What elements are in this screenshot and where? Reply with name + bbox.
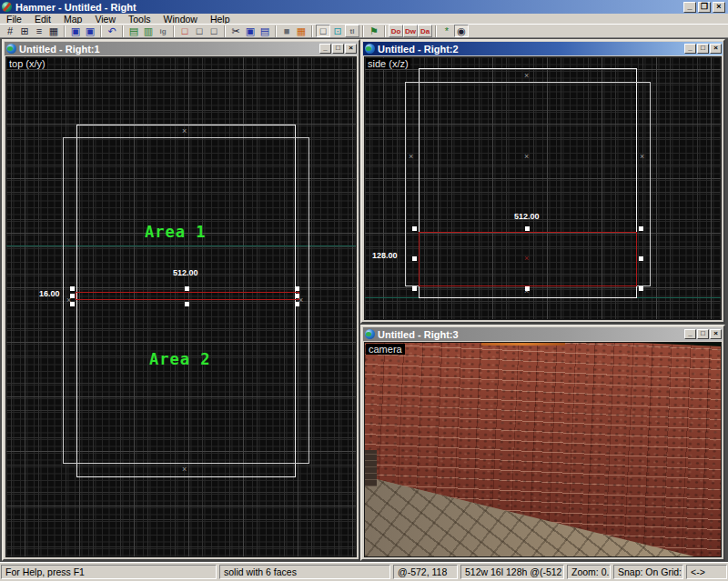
viewport-type-label[interactable]: top (x/y) [7, 58, 47, 69]
document-icon [365, 329, 375, 339]
copy-icon[interactable]: ▣ [243, 25, 258, 37]
minimize-button[interactable]: _ [684, 44, 696, 54]
viewport-window-top[interactable]: Untitled - Right:1 _ □ × top (x/y) × × ×… [2, 39, 360, 561]
viewport-window-camera[interactable]: Untitled - Right:3 _ □ × camera [360, 325, 725, 561]
sunlit-edge [481, 343, 565, 346]
minimize-button[interactable]: _ [684, 329, 696, 339]
display-option-w-icon[interactable]: Dw [403, 25, 418, 37]
display-option-o-icon[interactable]: Do [389, 25, 403, 37]
brush-center-marker: × [524, 72, 529, 80]
select-tool-icon[interactable]: □ [316, 25, 330, 37]
group-icon[interactable]: □ [192, 25, 207, 37]
toolbar-separator [100, 25, 102, 37]
close-button[interactable]: × [713, 2, 725, 13]
viewport-window-side[interactable]: Untitled - Right:2 _ □ × side (x/z) × × … [360, 39, 725, 324]
menubar: File Edit Map View Tools Window Help [0, 14, 728, 24]
larger-grid-icon[interactable]: ▦ [46, 25, 61, 37]
minimize-button[interactable]: _ [319, 44, 331, 54]
map-textures-icon[interactable]: ▤ [126, 25, 141, 37]
selection-width-label: 512.00 [514, 212, 540, 221]
save-window-state-icon[interactable]: ▣ [83, 25, 97, 37]
viewport-side-titlebar[interactable]: Untitled - Right:2 _ □ × [363, 42, 723, 55]
maximize-button[interactable]: □ [697, 44, 709, 54]
map-entities-icon[interactable]: ▥ [141, 25, 156, 37]
status-zoom-level: Zoom: 0.75 [567, 565, 611, 579]
selection-handle[interactable] [525, 226, 530, 231]
document-icon [365, 44, 375, 54]
restore-button[interactable]: ❐ [698, 2, 711, 13]
selection-handle[interactable] [639, 256, 643, 261]
selection-handle[interactable] [295, 294, 299, 298]
selection-handle[interactable] [70, 294, 75, 298]
close-button[interactable]: × [710, 329, 722, 339]
close-button[interactable]: × [710, 44, 722, 54]
toolbar: # ⊞ ≡ ▦ ▣ ▣ ↶ ▤ ▥ ig □ □ □ ✂ ▣ ▤ ■ ▦ □ ⊡… [0, 24, 728, 38]
selection-handle[interactable] [295, 302, 299, 306]
undo-icon[interactable]: ↶ [105, 25, 119, 37]
toolbar-separator [224, 25, 226, 37]
status-pan-indicator: <-> [686, 565, 727, 579]
toggle-3d-grid-icon[interactable]: ⊞ [17, 25, 32, 37]
document-icon [6, 44, 16, 54]
selection-handle[interactable] [412, 226, 417, 231]
viewport-side-canvas[interactable]: side (x/z) × × × × × × 512.00 128.00 [364, 56, 722, 320]
display-option-a-icon[interactable]: Da [418, 25, 432, 37]
viewport-camera-titlebar[interactable]: Untitled - Right:3 _ □ × [363, 327, 723, 341]
selection-handle[interactable] [70, 302, 75, 306]
helpers-toggle-icon[interactable]: * [440, 25, 454, 37]
selection-handle[interactable] [295, 286, 299, 291]
selection-handle[interactable] [525, 286, 530, 291]
menu-tools[interactable]: Tools [122, 14, 157, 25]
viewport-camera-canvas[interactable]: camera [364, 342, 722, 557]
load-window-state-icon[interactable]: ▣ [68, 25, 83, 37]
paste-icon[interactable]: ▤ [258, 25, 272, 37]
menu-help[interactable]: Help [204, 14, 237, 25]
brush-outline[interactable] [63, 137, 309, 464]
cut-icon[interactable]: ✂ [228, 25, 243, 37]
maximize-button[interactable]: □ [697, 329, 709, 339]
minimize-button[interactable]: _ [683, 2, 696, 13]
carve-icon[interactable]: □ [177, 25, 192, 37]
toggle-grid-icon[interactable]: # [3, 25, 17, 37]
status-snap-grid: Snap: On Grid: 16 [613, 565, 683, 579]
selection-handle[interactable] [185, 286, 189, 291]
selection-handle[interactable] [639, 286, 643, 291]
menu-edit[interactable]: Edit [28, 14, 57, 25]
entity-label-area2: Area 2 [149, 350, 210, 368]
viewport-type-label[interactable]: side (x/z) [366, 58, 410, 69]
selection-handle[interactable] [412, 286, 417, 291]
run-map-icon[interactable]: ◉ [454, 25, 469, 37]
menu-map[interactable]: Map [57, 14, 88, 25]
texture-lock-block-icon[interactable]: ■ [279, 25, 294, 37]
hammer-app-icon [2, 2, 12, 12]
smaller-grid-icon[interactable]: ≡ [32, 25, 46, 37]
viewport-type-label[interactable]: camera [366, 344, 405, 355]
main-titlebar[interactable]: Hammer - Untitled - Right _ ❐ × [0, 0, 728, 14]
window-title: Hammer - Untitled - Right [15, 2, 136, 13]
status-cursor-coordinates: @-572, 118 [393, 565, 458, 579]
entity-flags-icon[interactable]: ⚑ [367, 25, 381, 37]
selection-handle[interactable] [412, 256, 417, 261]
magnify-selection-icon[interactable]: ⊡ [330, 25, 345, 37]
selection-handle[interactable] [70, 286, 75, 291]
statusbar: For Help, press F1 solid with 6 faces @-… [0, 562, 728, 581]
toolbar-separator [275, 25, 277, 37]
ungroup-icon[interactable]: □ [207, 25, 221, 37]
texture-application-icon[interactable]: ▦ [294, 25, 308, 37]
texture-lock-icon[interactable]: tl [345, 25, 359, 37]
toolbar-separator [64, 25, 66, 37]
selected-brush[interactable] [419, 232, 637, 286]
ignore-groups-icon[interactable]: ig [156, 25, 170, 37]
menu-window[interactable]: Window [157, 14, 204, 25]
menu-view[interactable]: View [88, 14, 122, 25]
brush-center-marker: × [182, 127, 187, 135]
menu-file[interactable]: File [0, 14, 28, 25]
selection-handle[interactable] [185, 302, 189, 306]
maximize-button[interactable]: □ [332, 44, 344, 54]
selection-handle[interactable] [639, 226, 643, 231]
viewport-side-title: Untitled - Right:2 [378, 44, 459, 55]
close-button[interactable]: × [345, 44, 357, 54]
viewport-top-titlebar[interactable]: Untitled - Right:1 _ □ × [5, 42, 358, 55]
viewport-top-canvas[interactable]: top (x/y) × × × × Area 1 Area 2 512.00 1… [5, 56, 357, 557]
selected-brush[interactable] [76, 292, 299, 300]
